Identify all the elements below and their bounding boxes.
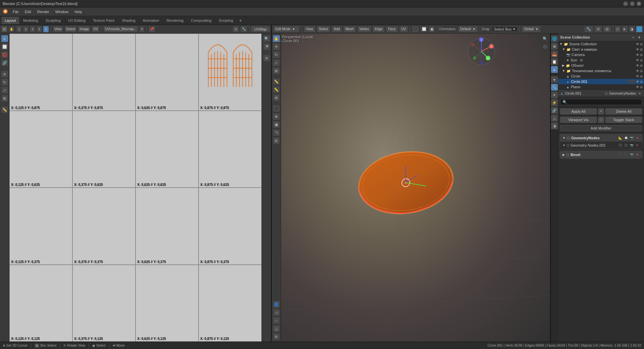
- apply-all-close[interactable]: ✕: [598, 108, 604, 114]
- sc-filter-icon[interactable]: ▼: [637, 35, 642, 40]
- uv-select-btn[interactable]: Select: [64, 26, 77, 33]
- props-modifier-icon[interactable]: 🔧: [551, 84, 558, 91]
- sc-circle-item[interactable]: ▲ Circle 👁 ⊖: [558, 73, 644, 79]
- menu-render[interactable]: Render: [35, 9, 52, 14]
- uv-overlays[interactable]: ⊙: [232, 26, 239, 33]
- uv-tool-hand[interactable]: ✋: [8, 26, 14, 32]
- gizmo-toggle[interactable]: 🔧: [584, 26, 593, 33]
- sc-c001-eye[interactable]: 👁: [636, 80, 639, 84]
- mod-geonodes-title[interactable]: ▼ ⬡ GeometryNodes 📐 🔲 📷 ✕: [560, 134, 642, 142]
- uv-tool-arrow[interactable]: ▸: [1, 35, 8, 42]
- menu-help[interactable]: Help: [72, 9, 85, 14]
- sc-cam-ctrl[interactable]: ⊖: [640, 53, 643, 57]
- uv-uv-btn[interactable]: UV: [92, 26, 100, 33]
- shading-solid[interactable]: ●: [622, 26, 628, 33]
- tab-compositing[interactable]: Compositing: [187, 17, 215, 24]
- sc-c001-noded2[interactable]: ⬛: [632, 80, 635, 84]
- sc-sun-item[interactable]: ☀ Sun ⚙ 👁 ⊖: [558, 57, 644, 63]
- vp-edge-menu[interactable]: Edge: [372, 26, 385, 33]
- uv-file-pin[interactable]: UVcoords_Монтаж...: [103, 26, 138, 33]
- vp-extrude[interactable]: ⊕: [273, 113, 280, 120]
- tab-layout[interactable]: Layout: [1, 17, 19, 24]
- vp-vertex-menu[interactable]: Vertex: [357, 26, 371, 33]
- sc-obj-eye[interactable]: 👁: [636, 64, 639, 67]
- mod-geonodes-icon3[interactable]: 📷: [629, 136, 634, 140]
- vp-face-toggle[interactable]: ▣: [429, 26, 435, 33]
- uv-zoom-in[interactable]: 🔍: [263, 35, 270, 42]
- sc-c001-ctrl[interactable]: ⊖: [640, 80, 643, 84]
- mod-sub-close[interactable]: ✕: [635, 143, 640, 148]
- mod-geonodes-close[interactable]: ✕: [635, 136, 640, 140]
- sc-camera-item[interactable]: 📷 Camera 👁 ⊖: [558, 52, 644, 57]
- maximize-button[interactable]: □: [630, 1, 635, 6]
- sc-sun-eye[interactable]: 👁: [636, 58, 639, 62]
- orientation-dropdown[interactable]: Default ▼: [458, 26, 478, 33]
- mode-dropdown[interactable]: Edit Mode ▼: [273, 26, 300, 33]
- mod-geonodes-icon1[interactable]: 📐: [618, 136, 623, 140]
- uv-tool-rotate[interactable]: ↻: [1, 79, 8, 86]
- uv-tool-scale[interactable]: ⤢: [1, 87, 8, 94]
- props-object-icon[interactable]: ●: [551, 76, 558, 83]
- add-modifier-btn[interactable]: Add Modifier: [560, 125, 642, 131]
- vp-mini-perspective[interactable]: ⬡: [541, 43, 549, 50]
- xray-toggle[interactable]: ◎: [603, 26, 611, 33]
- uv-tool-circle[interactable]: ⭕: [1, 51, 8, 58]
- sc-plane-ctrl[interactable]: ⊖: [640, 85, 643, 89]
- props-particles-icon[interactable]: ✦: [551, 91, 558, 99]
- vp-scale-tool[interactable]: ⤢: [273, 59, 280, 66]
- vp-shear[interactable]: ◁: [273, 309, 280, 316]
- props-output-icon[interactable]: 📤: [551, 50, 558, 58]
- props-scene2-icon[interactable]: ▲: [551, 66, 558, 73]
- tab-modeling[interactable]: Modeling: [20, 17, 42, 24]
- vp-view-menu[interactable]: View: [304, 26, 316, 33]
- sc-lights-hide[interactable]: ⊖: [640, 48, 643, 51]
- uv-tool-box[interactable]: ⬜: [1, 43, 8, 50]
- sc-obj-ctrl[interactable]: ⊖: [640, 64, 643, 67]
- props-constraints-icon[interactable]: 🔗: [551, 107, 558, 114]
- sc-cam-eye[interactable]: 👁: [636, 53, 639, 57]
- mod-sub-icon1[interactable]: ⬛: [618, 143, 623, 148]
- tab-add[interactable]: +: [237, 17, 244, 24]
- 3d-viewport[interactable]: User Perspective (Local) (107) Circle.00…: [272, 34, 550, 342]
- vp-transform-tool[interactable]: ⊞: [273, 67, 280, 74]
- props-view-icon[interactable]: 📋: [551, 58, 558, 65]
- mod-sub-icon2[interactable]: ⬛: [624, 143, 628, 148]
- vp-uv-menu[interactable]: UV: [399, 26, 409, 33]
- vp-add-cube[interactable]: ⬛: [273, 105, 280, 112]
- overlay-toggle[interactable]: ⊙: [594, 26, 602, 33]
- menu-edit[interactable]: Edit: [22, 9, 34, 14]
- apply-all-btn[interactable]: Apply All: [560, 108, 597, 114]
- menu-window[interactable]: Window: [53, 9, 71, 14]
- drag-dropdown[interactable]: Select Box ▼: [492, 27, 518, 32]
- vp-edge-toggle[interactable]: ⬜: [420, 26, 428, 33]
- tab-rendering[interactable]: Rendering: [163, 17, 187, 24]
- sc-sun-gear[interactable]: ⚙: [580, 58, 583, 62]
- tab-scripting[interactable]: Scripting: [215, 17, 236, 24]
- mod-bevel-icon1[interactable]: ⬛: [618, 152, 623, 157]
- uv-pin-icon[interactable]: 📌: [148, 26, 156, 33]
- vp-rip[interactable]: △: [273, 325, 280, 332]
- sc-hide-icon[interactable]: ⊖: [640, 42, 643, 46]
- viewport-vis-btn[interactable]: Viewport Vis: [560, 117, 597, 123]
- mod-search-input[interactable]: [560, 99, 642, 105]
- sc-object-item[interactable]: ▶ 📁 Объект 👁 ⊖: [558, 63, 644, 68]
- vp-sphere[interactable]: ○: [273, 317, 280, 324]
- transform-dropdown[interactable]: Global ▼: [522, 26, 541, 33]
- props-render-icon[interactable]: 🖥: [551, 43, 558, 50]
- vp-measure-tool[interactable]: 📏: [273, 86, 280, 93]
- uv-num5[interactable]: 5: [43, 26, 49, 33]
- uvmap-dropdown[interactable]: UVMap: [251, 27, 270, 32]
- sc-top-item[interactable]: ▼ 📁 Scene Collection 👁 ⊖: [558, 41, 644, 47]
- sc-tech-item[interactable]: ▼ 📁 Технические элементы 👁 ⊖: [558, 68, 644, 73]
- vp-face-menu[interactable]: Face: [386, 26, 398, 33]
- sc-circle-eye[interactable]: 👁: [636, 74, 639, 78]
- props-material-icon[interactable]: ◑: [551, 122, 558, 130]
- vp-inset[interactable]: ▣: [273, 121, 280, 128]
- uv-close-file[interactable]: ✕: [139, 26, 145, 33]
- uv-tool-transform[interactable]: ⊞: [1, 95, 8, 102]
- close-props-btn[interactable]: ✕: [637, 91, 642, 96]
- uv-zoom-out[interactable]: 🔎: [263, 43, 270, 50]
- uv-tool-annotate[interactable]: ✏️: [1, 106, 8, 113]
- shading-wire[interactable]: ⬡: [615, 26, 621, 33]
- sc-lights-eye[interactable]: 👁: [636, 48, 639, 51]
